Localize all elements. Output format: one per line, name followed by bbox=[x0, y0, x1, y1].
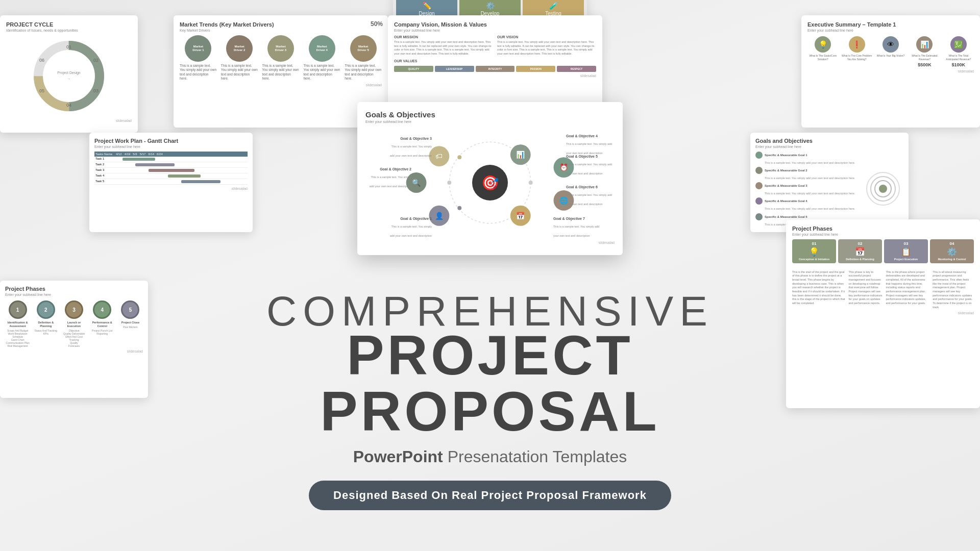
svg-text:📊: 📊 bbox=[516, 151, 525, 159]
phase-box-2: 02 📅 Definition & Planning bbox=[838, 239, 882, 263]
main-title-line2: PROJECT PROPOSAL bbox=[260, 327, 720, 439]
goal-label-6: Goal & Objective 6 This is a sample text… bbox=[566, 185, 615, 207]
exec-icon-1: 💡 What Is The Goals/Core Solution? bbox=[807, 36, 838, 67]
svg-text:→: → bbox=[67, 77, 71, 81]
phase-2: 2 Definition & Planning Status And Track… bbox=[33, 300, 58, 335]
goals-radial: 🎯 🔍 🏷 📊 ⏰ 🌐 📅 👤 bbox=[365, 127, 615, 239]
value-passion: PASSION bbox=[516, 66, 555, 72]
gantt-row-5: Task 5 bbox=[94, 179, 248, 185]
center-text-block: COMPREHENSIVE PROJECT PROPOSAL PowerPoin… bbox=[260, 290, 720, 510]
phase-desc-1: This is the start of the project and the… bbox=[792, 270, 847, 310]
revenue2: $100K bbox=[943, 62, 974, 67]
subtitle-bold: PowerPoint bbox=[353, 447, 443, 466]
slidesalad-brand-3: slidesalad bbox=[394, 74, 596, 78]
phases-left-title: Project Phases bbox=[5, 286, 143, 292]
exec-icon-5: 💹 What Is The Total Anticipated Revenue?… bbox=[943, 36, 974, 67]
phases-descriptions: This is the start of the project and the… bbox=[792, 267, 974, 310]
phase-3: 3 Launch or Execution ObjectiveQuality D… bbox=[61, 300, 86, 347]
svg-text:03: 03 bbox=[93, 88, 99, 93]
market-trends-slide: Market Trends (Key Market Drivers) Key M… bbox=[174, 15, 388, 128]
phase-desc-2: This phase is key to successful project … bbox=[849, 270, 884, 310]
driver-4: MarketDriver 4 This is a sample text. Yo… bbox=[303, 35, 340, 81]
driver-3: MarketDriver 3 This is a sample text. Yo… bbox=[262, 35, 300, 81]
svg-point-17 bbox=[457, 206, 461, 210]
mission-text: This is a sample text. You simply add yo… bbox=[394, 40, 493, 56]
vision-heading: OUR VISION bbox=[497, 35, 596, 39]
exec-title: Executive Summary – Template 1 bbox=[807, 21, 974, 28]
phase-box-3: 03 📋 Project Execution bbox=[884, 239, 928, 263]
driver-2: MarketDriver 2 This is a sample text. Yo… bbox=[221, 35, 258, 81]
svg-point-36 bbox=[879, 185, 887, 193]
slidesalad-brand-4: slidesalad bbox=[807, 69, 974, 73]
goals2-title: Goals and Objectives bbox=[755, 138, 903, 144]
company-vision-subtitle: Enter your subhead line here bbox=[394, 29, 596, 32]
svg-point-13 bbox=[447, 181, 451, 185]
svg-point-3 bbox=[47, 55, 90, 97]
exec-icons-row: 💡 What Is The Goals/Core Solution? ❗ Wha… bbox=[807, 36, 974, 67]
exec-summary-slide: Executive Summary – Template 1 Enter you… bbox=[801, 15, 980, 128]
goals-center-icon: 🎯 bbox=[472, 165, 508, 201]
phase-box-4: 04 ⚙️ Monitoring & Control bbox=[930, 239, 974, 263]
mission-col: OUR MISSION This is a sample text. You s… bbox=[394, 35, 493, 56]
goals2-item-4: Specific & Measurable Goal 4 bbox=[755, 197, 859, 205]
driver-5: MarketDriver 5 This is a sample text. Yo… bbox=[345, 35, 382, 81]
svg-text:Project Design: Project Design bbox=[57, 71, 81, 75]
goal-label-5: Goal & Objective 5 This is a sample text… bbox=[566, 155, 615, 177]
market-trends-title: Market Trends (Key Market Drivers) bbox=[180, 21, 382, 28]
goals-subtitle: Enter your subhead line here bbox=[365, 120, 615, 123]
phase-desc-3: This is the phase where project delivera… bbox=[886, 270, 930, 310]
work-plan-title: Project Work Plan - Gantt Chart bbox=[94, 138, 248, 144]
goal-label-1: Goal & Objective 1 This is a sample text… bbox=[386, 217, 432, 239]
project-cycle-slide: PROJECT CYCLE Identification of Issues, … bbox=[0, 15, 138, 133]
driver-1: MarketDriver 1 This is a sample text. Yo… bbox=[180, 35, 217, 81]
values-row: QUALITY LEADERSHIP INTEGRITY PASSION RES… bbox=[394, 66, 596, 72]
goals2-target-icon bbox=[863, 152, 903, 227]
svg-text:📅: 📅 bbox=[516, 212, 525, 220]
goals2-content: Specific & Measurable Goal 1 This is a s… bbox=[755, 152, 903, 227]
slidesalad-brand-6: slidesalad bbox=[365, 241, 615, 244]
work-plan-subtitle: Enter your subhead line here bbox=[94, 145, 248, 148]
vision-mission-grid: OUR MISSION This is a sample text. You s… bbox=[394, 35, 596, 56]
svg-text:01: 01 bbox=[66, 44, 71, 49]
svg-text:🏷: 🏷 bbox=[435, 152, 443, 160]
svg-point-15 bbox=[457, 155, 461, 159]
badge: Designed Based On Real Project Proposal … bbox=[309, 481, 671, 510]
gantt-row-1: Task 1 bbox=[94, 157, 248, 162]
goals2-subtitle: Enter your subhead line here bbox=[755, 145, 903, 148]
vision-text: This is a sample text. You simply add yo… bbox=[497, 40, 596, 56]
goals2-item-2: Specific & Measurable Goal 2 bbox=[755, 167, 859, 174]
main-subtitle: PowerPoint Presenatation Templates bbox=[260, 447, 720, 466]
project-cycle-subtitle: Identification of Issues, needs & opport… bbox=[6, 29, 132, 32]
goals2-slide: Goals and Objectives Enter your subhead … bbox=[750, 133, 909, 232]
value-leadership: LEADERSHIP bbox=[435, 66, 474, 72]
phases-right-title: Project Phases bbox=[792, 226, 974, 232]
develop-icon: ⚙️ bbox=[486, 2, 495, 10]
phase-1: 1 Identification & Assessment Scope And … bbox=[5, 300, 30, 347]
goals-slide: Goals & Objectives Enter your subhead li… bbox=[357, 102, 623, 255]
testing-icon: 🧪 bbox=[549, 2, 558, 10]
phase-desc-4: This is all about measuring project prog… bbox=[933, 270, 974, 310]
subtitle-regular: Presenatation Templates bbox=[448, 447, 627, 466]
company-vision-title: Company Vision, Mission & Values bbox=[394, 21, 596, 28]
slidesalad-brand-1: slidesalad bbox=[6, 119, 132, 122]
phases-left-slide: Project Phases Enter your subhead line h… bbox=[0, 281, 148, 398]
goals2-list-area: Specific & Measurable Goal 1 This is a s… bbox=[755, 152, 859, 227]
svg-point-14 bbox=[529, 181, 533, 185]
market-drivers-row: MarketDriver 1 This is a sample text. Yo… bbox=[180, 35, 382, 81]
value-respect: RESPECT bbox=[557, 66, 596, 72]
svg-text:02: 02 bbox=[93, 58, 99, 63]
svg-text:👤: 👤 bbox=[435, 212, 444, 220]
svg-text:05: 05 bbox=[39, 88, 44, 93]
phase-4: 4 Performance & Control Project Punch Li… bbox=[90, 300, 115, 335]
slidesalad-brand-8: slidesalad bbox=[5, 349, 143, 353]
slidesalad-brand-5: slidesalad bbox=[94, 187, 248, 190]
phases-left-subtitle: Enter your subhead line here bbox=[5, 293, 143, 296]
project-cycle-donut: 01 02 03 04 05 06 Project Design → bbox=[6, 35, 132, 117]
market-percentage: 50% bbox=[371, 20, 383, 28]
market-trends-subtitle: Key Market Drivers bbox=[180, 29, 382, 32]
goals2-item-3: Specific & Measurable Goal 3 bbox=[755, 182, 859, 189]
gantt-row-3: Task 3 bbox=[94, 168, 248, 173]
goal-label-4: Goal & Objective 4 This is a sample text… bbox=[566, 134, 615, 156]
revenue1: $500K bbox=[909, 62, 940, 67]
slidesalad-brand-9: slidesalad bbox=[792, 311, 974, 315]
